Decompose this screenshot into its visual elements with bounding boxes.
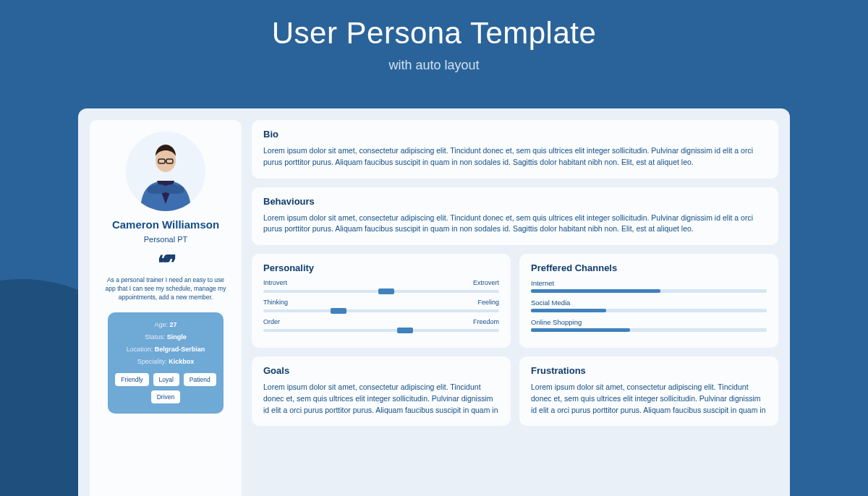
info-status-value: Single <box>167 333 187 341</box>
personality-slider: Introvert Extrovert <box>263 279 499 293</box>
info-speciality: Speciality: Kickbox <box>137 358 195 365</box>
persona-quote: As a personal trainer I need an easy to … <box>98 276 233 302</box>
trait-tag: Friendly <box>115 373 148 386</box>
slider-thumb <box>331 308 346 314</box>
info-speciality-label: Speciality: <box>137 358 167 365</box>
bio-panel: Bio Lorem ipsum dolor sit amet, consecte… <box>252 120 778 179</box>
channel-fill <box>531 328 630 332</box>
trait-tag: Loyal <box>153 373 179 386</box>
channels-panel: Preffered Channels Internet Social Media… <box>519 254 778 348</box>
slider-thumb <box>397 328 413 333</box>
channel-label: Internet <box>531 279 767 287</box>
main-column: Bio Lorem ipsum dolor sit amet, consecte… <box>252 120 778 496</box>
personality-slider: Thinking Feeling <box>263 299 499 312</box>
info-age-label: Age: <box>154 321 168 328</box>
slider-right-label: Freedom <box>473 318 499 325</box>
page-title: User Persona Template <box>0 0 868 51</box>
personality-panel: Personality Introvert Extrovert Thinking… <box>252 254 511 348</box>
slider-right-label: Feeling <box>477 299 499 306</box>
behaviours-body: Lorem ipsum dolor sit amet, consectetur … <box>263 213 767 236</box>
info-age-value: 27 <box>170 321 177 328</box>
personality-title: Personality <box>263 262 499 273</box>
personality-slider: Order Freedom <box>263 318 499 332</box>
info-location-value: Belgrad-Serbian <box>155 346 205 353</box>
trait-tag: Driven <box>151 390 181 403</box>
behaviours-panel: Behaviours Lorem ipsum dolor sit amet, c… <box>252 187 778 246</box>
channel-fill <box>531 289 660 293</box>
persona-sidebar: Cameron Williamson Personal PT ❝❞ As a p… <box>90 120 242 496</box>
channel-row: Online Shopping <box>531 318 767 332</box>
behaviours-title: Behaviours <box>263 196 767 207</box>
frustrations-title: Frustrations <box>531 365 767 376</box>
row-personality-channels: Personality Introvert Extrovert Thinking… <box>252 254 778 348</box>
info-age: Age: 27 <box>154 321 176 328</box>
frustrations-body: Lorem ipsum dolor sit amet, consectetur … <box>531 382 767 416</box>
info-card: Age: 27 Status: Single Location: Belgrad… <box>108 312 224 414</box>
trait-tags: Friendly Loyal Patiend Driven <box>115 373 216 403</box>
goals-panel: Goals Lorem ipsum dolor sit amet, consec… <box>252 356 511 426</box>
info-location-label: Location: <box>127 346 153 353</box>
channel-label: Online Shopping <box>531 318 767 326</box>
avatar <box>126 132 205 211</box>
info-location: Location: Belgrad-Serbian <box>127 346 205 353</box>
goals-body: Lorem ipsum dolor sit amet, consectetur … <box>263 382 499 416</box>
slider-left-label: Order <box>263 318 280 325</box>
info-status-label: Status: <box>145 333 165 341</box>
channel-label: Social Media <box>531 299 767 307</box>
persona-canvas: Cameron Williamson Personal PT ❝❞ As a p… <box>78 108 790 496</box>
info-speciality-value: Kickbox <box>169 358 194 365</box>
avatar-image <box>126 132 205 211</box>
row-goals-frustrations: Goals Lorem ipsum dolor sit amet, consec… <box>252 356 778 426</box>
info-status: Status: Single <box>145 333 187 341</box>
page-subtitle: with auto layout <box>0 58 868 73</box>
slider-left-label: Introvert <box>263 279 287 286</box>
persona-name: Cameron Williamson <box>112 218 219 231</box>
frustrations-panel: Frustrations Lorem ipsum dolor sit amet,… <box>519 356 778 426</box>
bio-body: Lorem ipsum dolor sit amet, consectetur … <box>263 145 767 168</box>
goals-title: Goals <box>263 365 499 376</box>
slider-thumb <box>378 288 394 294</box>
quote-icon: ❝❞ <box>158 251 174 275</box>
channel-fill <box>531 309 606 312</box>
bio-title: Bio <box>263 129 767 140</box>
channel-row: Social Media <box>531 299 767 312</box>
slider-right-label: Extrovert <box>473 279 499 286</box>
persona-role: Personal PT <box>144 235 188 244</box>
channel-row: Internet <box>531 279 767 293</box>
slider-left-label: Thinking <box>263 299 288 306</box>
channels-title: Preffered Channels <box>531 262 767 273</box>
trait-tag: Patiend <box>184 373 216 386</box>
